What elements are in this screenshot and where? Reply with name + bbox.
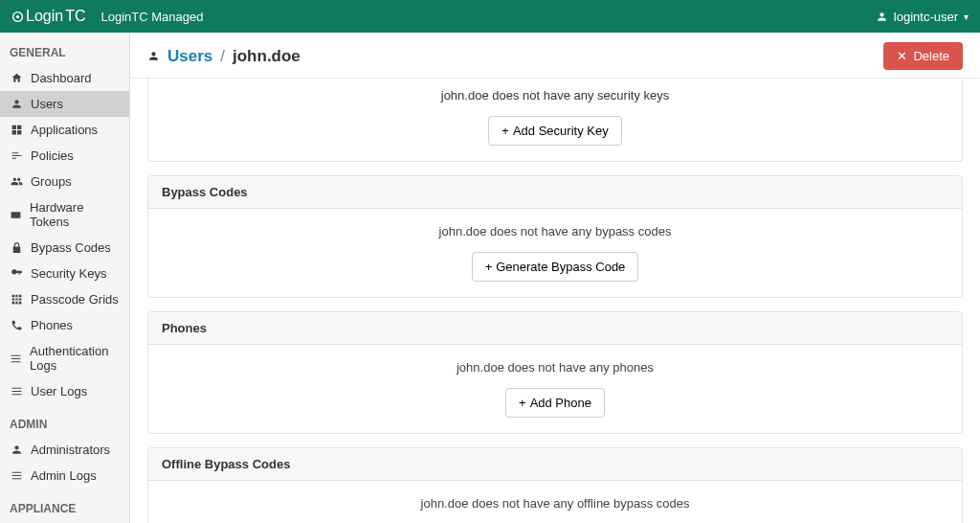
breadcrumb-parent-link[interactable]: Users bbox=[167, 47, 212, 66]
phones-card: Phones john.doe does not have any phones… bbox=[147, 311, 963, 434]
sidebar-item-label: Security Keys bbox=[31, 266, 106, 281]
content-scroll[interactable]: john.doe does not have any security keys… bbox=[130, 79, 980, 523]
sidebar-item-label: Applications bbox=[31, 123, 98, 137]
sidebar-heading-general: GENERAL bbox=[0, 33, 129, 65]
grid-icon bbox=[10, 124, 23, 136]
sidebar-heading-appliance: APPLIANCE bbox=[0, 489, 129, 521]
key-icon bbox=[10, 267, 23, 280]
brand-icon bbox=[11, 11, 24, 23]
plus-icon: + bbox=[501, 124, 509, 138]
svg-point-1 bbox=[16, 14, 19, 17]
sidebar-item-phones[interactable]: Phones bbox=[0, 312, 129, 338]
topbar: LoginTC LoginTC Managed logintc-user ▾ bbox=[0, 0, 980, 33]
sidebar-item-label: Bypass Codes bbox=[31, 240, 111, 255]
user-icon bbox=[10, 98, 23, 110]
brand-prefix: Login bbox=[26, 8, 63, 25]
close-icon: ✕ bbox=[897, 49, 907, 63]
sidebar-heading-admin: ADMIN bbox=[0, 404, 129, 437]
sidebar-item-user-logs[interactable]: User Logs bbox=[0, 378, 129, 404]
sidebar-item-label: Admin Logs bbox=[31, 468, 97, 483]
sidebar-item-label: Users bbox=[31, 97, 63, 111]
sliders-icon bbox=[10, 149, 23, 162]
brand-suffix: TC bbox=[65, 8, 85, 25]
sidebar-item-security-keys[interactable]: Security Keys bbox=[0, 261, 129, 286]
user-icon bbox=[147, 50, 160, 62]
sidebar: GENERAL Dashboard Users Applications Pol… bbox=[0, 33, 130, 523]
card-body: john.doe does not have any offline bypas… bbox=[148, 481, 962, 523]
sidebar-item-label: Phones bbox=[31, 318, 73, 332]
card-title: Phones bbox=[148, 312, 962, 345]
sidebar-item-label: Dashboard bbox=[31, 71, 92, 85]
button-label: Add Security Key bbox=[513, 124, 609, 138]
breadcrumb-current: john.doe bbox=[233, 47, 301, 66]
sidebar-item-label: Groups bbox=[31, 174, 72, 189]
delete-button[interactable]: ✕ Delete bbox=[883, 42, 963, 70]
topbar-left: LoginTC LoginTC Managed bbox=[11, 8, 203, 25]
sidebar-item-groups[interactable]: Groups bbox=[0, 169, 129, 194]
list-icon bbox=[10, 469, 23, 482]
offline-bypass-empty-msg: john.doe does not have any offline bypas… bbox=[162, 496, 948, 511]
delete-label: Delete bbox=[913, 49, 949, 63]
sidebar-item-administrators[interactable]: Administrators bbox=[0, 437, 129, 463]
list-icon bbox=[10, 385, 23, 398]
plus-icon: + bbox=[519, 396, 526, 410]
security-keys-card-body: john.doe does not have any security keys… bbox=[147, 79, 963, 162]
sidebar-item-label: Hardware Tokens bbox=[30, 200, 120, 229]
sidebar-item-label: User Logs bbox=[31, 384, 87, 398]
sidebar-item-bypass-codes[interactable]: Bypass Codes bbox=[0, 235, 129, 261]
sidebar-item-label: Administrators bbox=[31, 443, 110, 457]
plus-icon: + bbox=[485, 260, 493, 274]
user-label: logintc-user bbox=[894, 10, 958, 24]
managed-label[interactable]: LoginTC Managed bbox=[100, 10, 203, 24]
button-label: Generate Bypass Code bbox=[496, 260, 625, 274]
add-phone-button[interactable]: + Add Phone bbox=[505, 388, 605, 418]
sidebar-item-applications[interactable]: Applications bbox=[0, 117, 129, 143]
home-icon bbox=[10, 72, 23, 84]
brand-logo[interactable]: LoginTC bbox=[11, 8, 85, 25]
user-icon bbox=[876, 11, 888, 23]
sidebar-item-label: Passcode Grids bbox=[31, 292, 119, 307]
hdd-icon bbox=[10, 209, 22, 221]
user-icon bbox=[10, 443, 23, 456]
button-label: Add Phone bbox=[530, 396, 591, 410]
page-header: Users / john.doe ✕ Delete bbox=[130, 33, 980, 79]
sidebar-item-label: Policies bbox=[31, 148, 74, 163]
lock-icon bbox=[10, 241, 23, 254]
offline-bypass-card: Offline Bypass Codes john.doe does not h… bbox=[147, 447, 963, 523]
main: Users / john.doe ✕ Delete john.doe does … bbox=[130, 33, 980, 523]
card-body: john.doe does not have any phones + Add … bbox=[148, 345, 962, 433]
card-title: Offline Bypass Codes bbox=[148, 448, 962, 481]
chevron-down-icon: ▾ bbox=[964, 11, 969, 22]
sidebar-item-dashboard[interactable]: Dashboard bbox=[0, 65, 129, 91]
phones-empty-msg: john.doe does not have any phones bbox=[162, 360, 948, 375]
bypass-codes-card: Bypass Codes john.doe does not have any … bbox=[147, 175, 963, 298]
sidebar-item-admin-logs[interactable]: Admin Logs bbox=[0, 463, 129, 489]
user-menu[interactable]: logintc-user ▾ bbox=[876, 10, 969, 24]
generate-bypass-code-button[interactable]: + Generate Bypass Code bbox=[472, 252, 639, 282]
users-icon bbox=[10, 175, 23, 188]
card-title: Bypass Codes bbox=[148, 176, 962, 209]
th-icon bbox=[10, 293, 23, 306]
card-body: john.doe does not have any bypass codes … bbox=[148, 209, 962, 297]
phone-icon bbox=[10, 319, 23, 331]
list-icon bbox=[10, 352, 22, 365]
sidebar-item-hardware-tokens[interactable]: Hardware Tokens bbox=[0, 194, 129, 235]
sidebar-item-users[interactable]: Users bbox=[0, 91, 129, 117]
add-security-key-button[interactable]: + Add Security Key bbox=[488, 116, 621, 146]
breadcrumb: Users / john.doe bbox=[147, 47, 301, 66]
security-keys-empty-msg: john.doe does not have any security keys bbox=[162, 88, 948, 102]
bypass-codes-empty-msg: john.doe does not have any bypass codes bbox=[162, 224, 948, 239]
sidebar-item-auth-logs[interactable]: Authentication Logs bbox=[0, 338, 129, 378]
sidebar-item-label: Authentication Logs bbox=[30, 344, 120, 373]
sidebar-item-passcode-grids[interactable]: Passcode Grids bbox=[0, 286, 129, 312]
sidebar-item-policies[interactable]: Policies bbox=[0, 143, 129, 169]
breadcrumb-separator: / bbox=[220, 47, 225, 66]
